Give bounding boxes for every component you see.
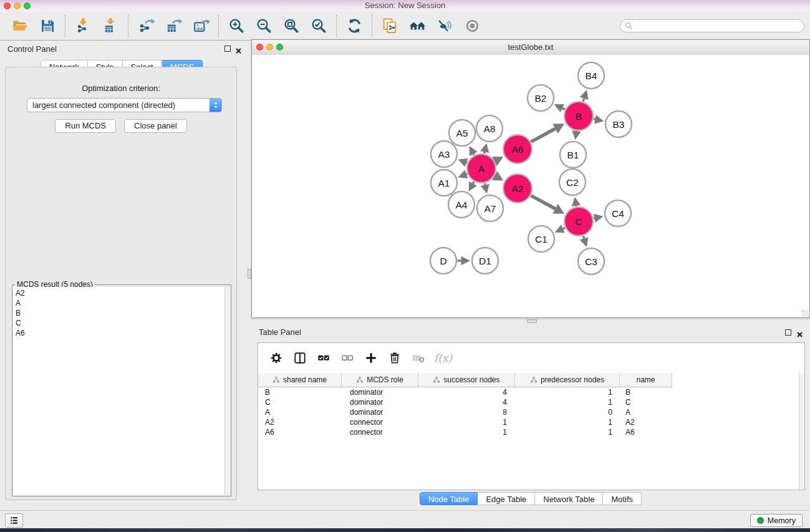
tab-network-table[interactable]: Network Table: [535, 492, 603, 505]
graph-node-A1[interactable]: A1: [431, 170, 457, 196]
table-row[interactable]: A2connector11A2: [258, 417, 799, 427]
column-header-successor-nodes[interactable]: successor nodes: [418, 373, 515, 387]
column-header-shared-name[interactable]: shared name: [258, 373, 342, 387]
export-image-button[interactable]: [187, 14, 215, 39]
table-row[interactable]: Bdominator41B: [258, 387, 799, 397]
import-table-button[interactable]: [97, 14, 124, 39]
graph-node-A6[interactable]: A6: [503, 135, 532, 163]
table-settings-button[interactable]: [264, 347, 288, 369]
svg-text:A: A: [478, 163, 485, 174]
result-item[interactable]: A6: [13, 328, 225, 338]
export-table-button[interactable]: [160, 14, 187, 39]
mcds-result-list: A2ABCA6: [13, 287, 225, 495]
zoom-in-icon: [228, 17, 245, 34]
memory-status-icon: [757, 517, 764, 524]
optimization-select[interactable]: largest connected component (directed): [27, 98, 222, 112]
table-panel-title: Table Panel: [259, 327, 301, 337]
table-panel-close-icon[interactable]: [796, 329, 803, 336]
table-cell: A2: [258, 418, 342, 427]
graph-node-C2[interactable]: C2: [559, 169, 586, 195]
result-item[interactable]: B: [13, 308, 225, 318]
graph-node-C[interactable]: C: [564, 207, 593, 236]
tab-edge-table[interactable]: Edge Table: [478, 492, 535, 505]
refresh-view-button[interactable]: [340, 14, 368, 39]
duplicate-network-button[interactable]: [376, 14, 403, 39]
table-header-row: shared nameMCDS rolesuccessor nodesprede…: [258, 373, 672, 387]
tab-node-table[interactable]: Node Table: [420, 492, 478, 505]
export-table-icon: [165, 17, 182, 34]
split-panel-button[interactable]: [288, 347, 312, 369]
search-input[interactable]: [620, 19, 804, 32]
delete-table-button[interactable]: [407, 347, 430, 369]
control-panel-float-icon[interactable]: [224, 46, 231, 52]
graph-node-C1[interactable]: C1: [528, 226, 554, 252]
graph-node-B4[interactable]: B4: [578, 62, 604, 89]
table-row[interactable]: Adominator80A: [258, 407, 799, 417]
open-file-button[interactable]: [6, 14, 34, 39]
tab-motifs[interactable]: Motifs: [603, 492, 642, 505]
column-header-predecessor-nodes[interactable]: predecessor nodes: [515, 373, 620, 387]
graph-node-A4[interactable]: A4: [448, 191, 475, 218]
column-header-mcds-role[interactable]: MCDS role: [342, 373, 418, 387]
show-graphics-details-icon: [464, 17, 481, 34]
table-panel-float-icon[interactable]: [785, 329, 791, 336]
network-canvas[interactable]: AA1A2A3A4A5A6A7A8BB1B2B3B4CC1C2C3C4DD1: [252, 55, 809, 317]
window-title: Session: New Session: [0, 1, 810, 10]
graph-node-C3[interactable]: C3: [578, 248, 604, 274]
import-network-button[interactable]: [69, 14, 97, 39]
result-item[interactable]: A2: [13, 288, 225, 298]
run-mcds-button[interactable]: Run MCDS: [55, 119, 116, 133]
table-row[interactable]: Cdominator41C: [258, 397, 799, 407]
import-network-icon: [75, 17, 92, 34]
save-session-button[interactable]: [34, 14, 61, 39]
graph-node-B[interactable]: B: [564, 102, 593, 130]
graph-node-A3[interactable]: A3: [431, 141, 457, 167]
table-scrollbar[interactable]: [799, 373, 804, 490]
graph-node-B3[interactable]: B3: [605, 111, 632, 137]
delete-row-button[interactable]: [383, 347, 407, 369]
deselect-all-button[interactable]: [335, 347, 359, 369]
table-cell: 4: [418, 398, 515, 407]
home-layout-icon: [409, 17, 426, 34]
table-cell: A6: [258, 428, 342, 437]
function-builder-icon[interactable]: f(x): [434, 352, 452, 364]
hide-graphics-details-button[interactable]: [431, 14, 458, 39]
table-row[interactable]: A6connector11A6: [258, 427, 799, 437]
table-cell: 1: [515, 398, 620, 407]
memory-button[interactable]: Memory: [750, 514, 803, 527]
svg-text:C: C: [575, 216, 582, 227]
zoom-selected-button[interactable]: [305, 14, 332, 39]
export-network-button[interactable]: [132, 14, 160, 39]
graph-node-B2[interactable]: B2: [528, 85, 554, 111]
close-panel-button[interactable]: Close panel: [124, 119, 187, 133]
graph-node-A[interactable]: A: [467, 154, 496, 183]
vertical-splitter-handle[interactable]: [248, 269, 251, 279]
graph-node-A5[interactable]: A5: [449, 120, 475, 146]
show-graphics-details-button[interactable]: [458, 14, 486, 39]
column-header-name[interactable]: name: [620, 373, 672, 387]
result-item[interactable]: A: [13, 298, 225, 308]
result-scrollbar[interactable]: [224, 287, 230, 495]
result-item[interactable]: C: [13, 318, 225, 328]
app-window: Session: New Session Control Panel Netwo…: [0, 0, 810, 532]
select-all-button[interactable]: [312, 347, 335, 369]
home-layout-button[interactable]: [403, 14, 431, 39]
graph-node-D1[interactable]: D1: [472, 248, 498, 274]
desktop-background: [0, 528, 810, 532]
task-history-button[interactable]: [5, 513, 23, 528]
horizontal-splitter-handle[interactable]: [527, 319, 537, 323]
graph-node-B1[interactable]: B1: [560, 142, 586, 168]
zoom-out-button[interactable]: [250, 14, 277, 39]
graph-node-A2[interactable]: A2: [503, 174, 532, 203]
table-settings-icon: [269, 351, 283, 365]
resize-handle[interactable]: [802, 310, 809, 317]
open-file-icon: [12, 17, 29, 34]
graph-node-C4[interactable]: C4: [605, 200, 631, 226]
graph-node-A8[interactable]: A8: [476, 115, 503, 142]
control-panel-close-icon[interactable]: [235, 46, 242, 52]
graph-node-A7[interactable]: A7: [477, 195, 503, 221]
zoom-in-button[interactable]: [223, 14, 250, 39]
graph-node-D[interactable]: D: [430, 248, 456, 274]
zoom-fit-button[interactable]: [277, 14, 305, 39]
add-row-button[interactable]: [359, 347, 383, 369]
